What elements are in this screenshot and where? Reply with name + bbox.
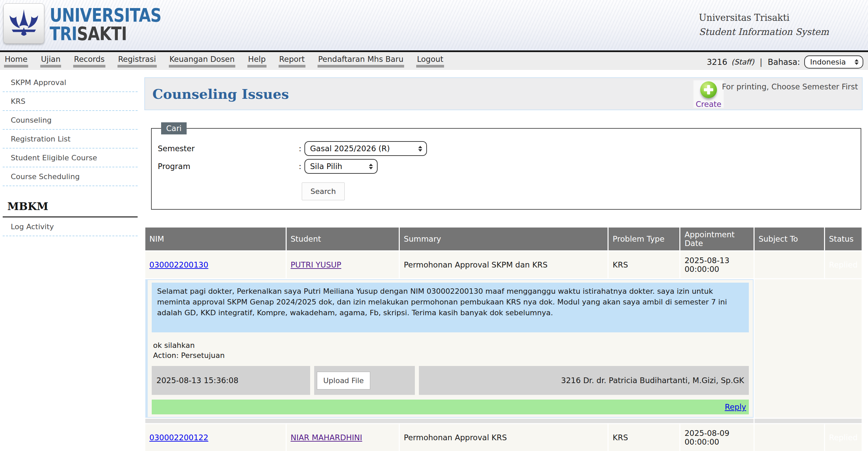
counselor-name: 3216 Dr. dr. Patricia Budihartanti, M.Gi… — [419, 366, 749, 395]
problem-type-cell: KRS — [609, 251, 679, 278]
table-header-row: NIM Student Summary Problem Type Appoint… — [145, 227, 862, 250]
nav-item-help[interactable]: Help — [248, 55, 266, 67]
nav-item-ujian[interactable]: Ujian — [41, 55, 60, 67]
detail-side-fill — [754, 279, 862, 418]
student-link[interactable]: PUTRI YUSUP — [291, 260, 341, 269]
sidebar-item-krs[interactable]: KRS — [3, 92, 137, 111]
nav-item-report[interactable]: Report — [279, 55, 305, 67]
trisakti-trident-logo-icon — [3, 3, 44, 44]
select-chevron-icon — [855, 59, 859, 65]
program-row: Program : Sila Pilih — [158, 159, 861, 174]
program-value: Sila Pilih — [310, 162, 342, 171]
semester-select[interactable]: Gasal 2025/2026 (R) — [304, 141, 427, 156]
user-role: (Staff) — [732, 58, 754, 66]
nav-item-pendaftaran-mhs-baru[interactable]: Pendaftaran Mhs Baru — [318, 55, 403, 67]
colon: : — [299, 162, 302, 171]
counselor-reply: ok silahkan Action: Persetujuan — [153, 340, 749, 361]
program-select[interactable]: Sila Pilih — [304, 159, 378, 174]
nav-item-records[interactable]: Records — [74, 55, 104, 67]
sidebar-section-mbkm: MBKM — [3, 198, 137, 218]
select-chevron-icon — [369, 164, 373, 169]
search-legend: Cari — [161, 122, 187, 135]
divider: | — [760, 57, 762, 67]
sidebar-item-course-scheduling[interactable]: Course Scheduling — [3, 167, 137, 186]
content: SKPM Approval KRS Counseling Registratio… — [0, 70, 868, 451]
table-row: 030002200122 NIAR MAHARDHINI Permohonan … — [145, 424, 862, 451]
plus-icon — [700, 81, 717, 98]
sidebar-item-skpm-approval[interactable]: SKPM Approval — [3, 73, 137, 92]
reply-link[interactable]: Reply — [725, 403, 746, 411]
nav-user-area: 3216 (Staff) | Bahasa: Indonesia — [707, 55, 863, 68]
nim-link[interactable]: 030002200122 — [149, 433, 209, 442]
sidebar-item-log-activity[interactable]: Log Activity — [3, 218, 137, 236]
status-badge: Replied — [825, 251, 862, 278]
row-spacer — [145, 419, 862, 423]
main-nav: Home Ujian Records Registrasi Keuangan D… — [0, 50, 868, 70]
nim-cell: 030002200130 — [145, 251, 286, 278]
site-title: Universitas Trisakti Student Information… — [699, 11, 829, 39]
summary-cell: Permohonan Approval KRS — [400, 424, 608, 451]
org-name: Universitas Trisakti — [699, 11, 829, 25]
logo-line-2: TRISAKTI — [50, 25, 161, 43]
sidebar-item-student-eligible-course[interactable]: Student Eligible Course — [3, 148, 137, 167]
logo-line-1: UNIVERSITAS — [50, 6, 161, 25]
detail-row: Selamat pagi dokter, Perkenalkan saya Pu… — [145, 279, 862, 418]
subject-to-cell — [754, 424, 824, 451]
title-panel: Counseling Issues Create For printing, C… — [144, 77, 863, 110]
create-button[interactable]: Create — [693, 80, 724, 108]
student-cell: PUTRI YUSUP — [287, 251, 399, 278]
bahasa-label: Bahasa: — [768, 57, 800, 67]
action-text: Action: Persetujuan — [153, 350, 749, 361]
brand: UNIVERSITAS TRISAKTI — [3, 3, 186, 44]
problem-type-cell: KRS — [609, 424, 679, 451]
header-subject-to: Subject To — [754, 227, 824, 250]
nav-item-registrasi[interactable]: Registrasi — [118, 55, 156, 67]
program-label: Program — [158, 162, 299, 171]
nim-cell: 030002200122 — [145, 424, 286, 451]
page-title: Counseling Issues — [152, 86, 289, 102]
sidebar-item-counseling[interactable]: Counseling — [3, 111, 137, 130]
search-fieldset: Cari Semester : Gasal 2025/2026 (R) Prog… — [151, 122, 861, 210]
upload-box: Upload File — [314, 366, 415, 395]
counseling-issues-table: NIM Student Summary Problem Type Appoint… — [144, 226, 863, 451]
user-id: 3216 — [707, 57, 727, 67]
header-student: Student — [287, 227, 399, 250]
subject-to-cell — [754, 251, 824, 278]
create-label: Create — [693, 100, 724, 109]
main-panel: Counseling Issues Create For printing, C… — [140, 70, 868, 451]
language-value: Indonesia — [810, 58, 846, 66]
appointment-date-cell: 2025-08-13 00:00:00 — [680, 251, 753, 278]
header-appointment-date: Appointment Date — [680, 227, 753, 250]
search-button-row: Search — [158, 182, 861, 200]
nav-item-keuangan-dosen[interactable]: Keuangan Dosen — [169, 55, 235, 67]
summary-cell: Permohonan Approval SKPM dan KRS — [400, 251, 608, 278]
header-summary: Summary — [400, 227, 608, 250]
student-cell: NIAR MAHARDHINI — [287, 424, 399, 451]
search-button[interactable]: Search — [302, 182, 345, 200]
select-chevron-icon — [418, 146, 422, 151]
student-message: Selamat pagi dokter, Perkenalkan saya Pu… — [152, 283, 749, 332]
detail-cell: Selamat pagi dokter, Perkenalkan saya Pu… — [145, 279, 753, 418]
nav-item-logout[interactable]: Logout — [417, 55, 443, 67]
sidebar-item-registration-list[interactable]: Registration List — [3, 130, 137, 148]
upload-file-button[interactable]: Upload File — [317, 372, 370, 390]
header-status: Status — [825, 227, 862, 250]
table-row: 030002200130 PUTRI YUSUP Permohonan Appr… — [145, 251, 862, 278]
appointment-date-cell: 2025-08-09 00:00:00 — [680, 424, 753, 451]
student-link[interactable]: NIAR MAHARDHINI — [291, 433, 362, 442]
reply-timestamp: 2025-08-13 15:36:08 — [152, 366, 310, 395]
system-name: Student Information System — [699, 25, 829, 39]
reply-meta-row: 2025-08-13 15:36:08 Upload File 3216 Dr.… — [152, 366, 749, 395]
status-badge: Replied — [825, 424, 862, 451]
header-nim: NIM — [145, 227, 286, 250]
sidebar: SKPM Approval KRS Counseling Registratio… — [0, 70, 140, 451]
print-hint: For printing, Choose Semester First — [722, 82, 858, 91]
colon: : — [299, 144, 302, 153]
masthead: UNIVERSITAS TRISAKTI Universitas Trisakt… — [0, 0, 868, 50]
nim-link[interactable]: 030002200130 — [149, 260, 209, 269]
nav-item-home[interactable]: Home — [5, 55, 28, 67]
semester-row: Semester : Gasal 2025/2026 (R) — [158, 141, 861, 156]
semester-label: Semester — [158, 144, 299, 153]
logo-wordmark: UNIVERSITAS TRISAKTI — [50, 3, 186, 43]
language-select[interactable]: Indonesia — [804, 55, 863, 68]
